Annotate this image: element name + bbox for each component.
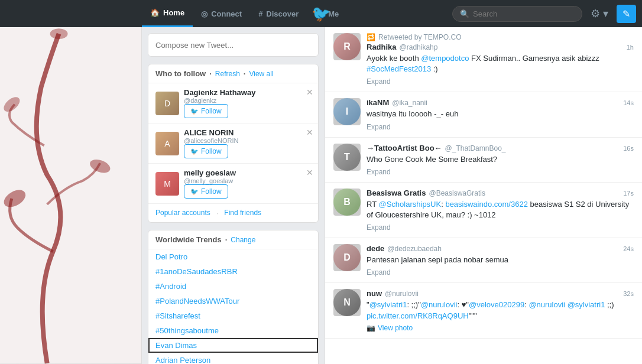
mention-link[interactable]: @ScholarshipsUK xyxy=(378,200,441,209)
trend-item[interactable]: #Android xyxy=(148,279,318,294)
compose-button[interactable]: ✎ xyxy=(617,5,636,23)
mention-link[interactable]: @velove020299 xyxy=(469,300,524,309)
follow-bird-icon: 🐦 xyxy=(190,148,199,155)
tweet-time: 16s xyxy=(623,145,634,152)
follow-button[interactable]: 🐦 Follow xyxy=(184,104,228,118)
expand-button[interactable]: Expand xyxy=(367,168,391,176)
mention-link[interactable]: @nurulovii xyxy=(421,300,458,309)
tweet-time: 14s xyxy=(623,99,634,106)
follow-button[interactable]: 🐦 Follow xyxy=(184,184,228,199)
who-to-follow-title: Who to follow xyxy=(155,69,206,78)
middle-panel: Who to follow · Refresh · View all D Dag… xyxy=(142,27,325,364)
tweet-content: ikaNM @ika_nanii 14s wasitnya itu looooh… xyxy=(367,98,634,131)
find-friends-link[interactable]: Find friends xyxy=(224,209,261,217)
trend-item[interactable]: #1anoDeSaudadesRBR xyxy=(148,264,318,279)
mention-link[interactable]: @sylviatri1 xyxy=(369,300,407,309)
compose-area xyxy=(148,33,319,57)
tweet-username: Beasiswa Gratis xyxy=(367,188,426,197)
tweet-handle: @BeasiswaGratis xyxy=(429,189,485,197)
close-button[interactable]: ✕ xyxy=(306,128,313,136)
trend-item-evan-dimas[interactable]: Evan Dimas xyxy=(148,338,318,353)
settings-button[interactable]: ⚙ ▾ xyxy=(586,4,613,24)
tweet-username: nuw xyxy=(367,289,382,298)
search-input[interactable] xyxy=(473,9,573,18)
retweet-indicator: 🔁 Retweeted by TEMPO.CO xyxy=(367,33,634,41)
trend-item[interactable]: Adrian Peterson xyxy=(148,353,318,364)
widget-footer: Popular accounts · Find friends xyxy=(148,204,318,222)
trends-header: Worldwide Trends · Change xyxy=(148,230,318,249)
follow-info: ALICE NORIN @alicesofieNORIN 🐦 Follow xyxy=(184,128,311,158)
tweet-time: 1h xyxy=(627,44,634,51)
svg-point-4 xyxy=(50,28,68,39)
avatar: M xyxy=(155,172,179,196)
avatar: N xyxy=(333,289,361,316)
mention-link[interactable]: @sylviatri1 xyxy=(568,300,605,309)
camera-icon: 📷 xyxy=(367,324,375,332)
expand-button[interactable]: Expand xyxy=(367,223,391,232)
tweet-content: →TattooArtist Boo← @_ThatDamnBoo_ 16s Wh… xyxy=(367,144,634,176)
trends-change-link[interactable]: Change xyxy=(231,236,255,244)
url-link[interactable]: beasiswaindo.com/3622 xyxy=(445,200,527,209)
who-to-follow-widget: Who to follow · Refresh · View all D Dag… xyxy=(148,64,319,223)
tweet-item: T →TattooArtist Boo← @_ThatDamnBoo_ 16s … xyxy=(325,138,642,183)
search-box[interactable]: 🔍 xyxy=(452,6,582,22)
hashtag-link[interactable]: #SocMedFest2013 xyxy=(367,64,431,73)
avatar: A xyxy=(155,132,179,155)
nav-home-label: Home xyxy=(163,8,184,17)
home-icon: 🏠 xyxy=(150,8,160,17)
tweet-handle: @dedezubaedah xyxy=(387,245,442,253)
left-panel xyxy=(0,27,142,364)
tweet-handle: @_ThatDamnBoo_ xyxy=(445,144,506,152)
tweet-username: →TattooArtist Boo← xyxy=(367,144,442,152)
tweet-handle: @ika_nanii xyxy=(392,99,427,107)
follow-item: D Dagienkz Hathaway @dagienkz 🐦 Follow ✕ xyxy=(148,83,318,124)
close-button[interactable]: ✕ xyxy=(306,168,313,177)
tweet-content: 🔁 Retweeted by TEMPO.CO Radhika @radhika… xyxy=(367,33,634,86)
follow-button[interactable]: 🐦 Follow xyxy=(184,144,228,158)
tweet-time: 17s xyxy=(623,190,634,197)
nav-home[interactable]: 🏠 Home xyxy=(142,0,193,27)
search-icon: 🔍 xyxy=(460,9,469,18)
follow-item: A ALICE NORIN @alicesofieNORIN 🐦 Follow … xyxy=(148,124,318,164)
trend-item[interactable]: #Sitsharefest xyxy=(148,308,318,323)
refresh-link[interactable]: Refresh xyxy=(215,70,240,78)
follow-info: melly goeslaw @melly_goeslaw 🐦 Follow xyxy=(184,168,311,199)
view-all-link[interactable]: View all xyxy=(249,70,273,78)
avatar: D xyxy=(155,92,179,115)
tweet-feed: R 🔁 Retweeted by TEMPO.CO Radhika @radhi… xyxy=(325,27,642,364)
tweet-item: N nuw @nurulovii 32s "@sylviatri1: ;;)"@… xyxy=(325,283,642,338)
tweet-header: Radhika @radhikahp 1h xyxy=(367,43,634,51)
avatar: R xyxy=(333,33,361,60)
follow-name: ALICE NORIN xyxy=(184,128,311,137)
avatar: I xyxy=(333,98,361,125)
trend-item[interactable]: Del Potro xyxy=(148,249,318,264)
trend-item[interactable]: #50thingsaboutme xyxy=(148,323,318,338)
tweet-text: "@sylviatri1: ;;)"@nurulovii: ♥"@velove0… xyxy=(367,300,634,321)
view-photo-link[interactable]: 📷 View photo xyxy=(367,324,634,332)
tweet-item: R 🔁 Retweeted by TEMPO.CO Radhika @radhi… xyxy=(325,27,642,92)
tweet-item: B Beasiswa Gratis @BeasiswaGratis 17s RT… xyxy=(325,183,642,238)
nav-discover-label: Discover xyxy=(266,9,299,18)
follow-handle: @dagienkz xyxy=(184,97,311,104)
nav-connect[interactable]: ◎ Connect xyxy=(193,0,250,27)
compose-input[interactable] xyxy=(148,34,318,56)
expand-button[interactable]: Expand xyxy=(367,77,391,86)
tweet-text: Pantesan jalanan sepi pada nobar semua xyxy=(367,255,634,265)
trends-widget: Worldwide Trends · Change Del Potro #1an… xyxy=(148,230,319,364)
trend-item[interactable]: #PolandNeedsWWATour xyxy=(148,294,318,308)
top-navigation: 🏠 Home ◎ Connect # Discover 👤 Me 🐦 🔍 ⚙ ▾… xyxy=(0,0,642,27)
mention-link[interactable]: @nurulovii xyxy=(528,300,565,309)
close-button[interactable]: ✕ xyxy=(306,88,313,96)
expand-button[interactable]: Expand xyxy=(367,123,391,131)
tweet-content: dede @dedezubaedah 24s Pantesan jalanan … xyxy=(367,244,634,277)
tweet-header: ikaNM @ika_nanii 14s xyxy=(367,98,634,107)
mention-link[interactable]: @tempodotco xyxy=(421,54,469,63)
popular-accounts-link[interactable]: Popular accounts xyxy=(155,209,210,217)
tweet-item: I ikaNM @ika_nanii 14s wasitnya itu looo… xyxy=(325,92,642,137)
follow-bird-icon: 🐦 xyxy=(190,108,199,115)
tweet-text: RT @ScholarshipsUK: beasiswaindo.com/362… xyxy=(367,199,634,220)
tweet-text: Who Gone Cook Me Some Breakfast? xyxy=(367,154,634,165)
url-link[interactable]: pic.twitter.com/RK8RqAQ9UH xyxy=(367,311,469,320)
nav-discover[interactable]: # Discover xyxy=(250,0,307,27)
expand-button[interactable]: Expand xyxy=(367,268,391,277)
